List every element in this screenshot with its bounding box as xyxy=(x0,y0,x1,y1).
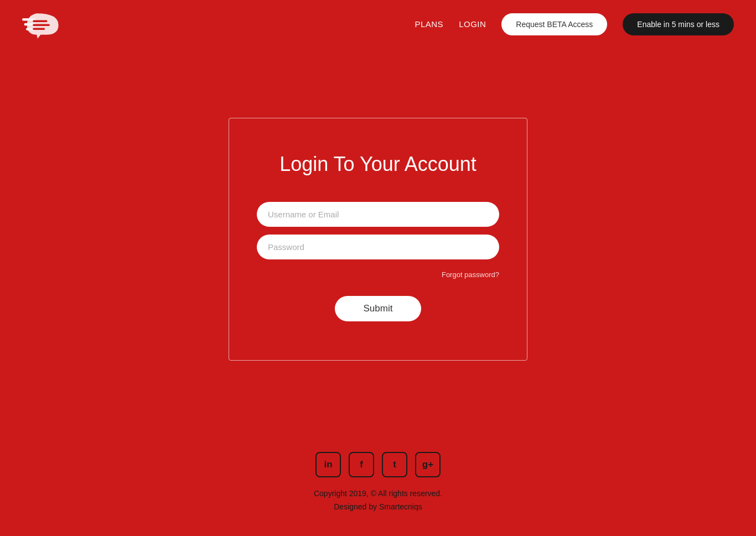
request-beta-button[interactable]: Request BETA Access xyxy=(501,13,607,35)
svg-rect-4 xyxy=(33,24,50,27)
login-title: Login To Your Account xyxy=(279,152,477,178)
submit-button[interactable]: Submit xyxy=(335,296,422,321)
facebook-button[interactable]: f xyxy=(349,452,374,477)
social-icons-row: in f t g+ xyxy=(315,452,441,477)
forgot-password-row: Forgot password? xyxy=(257,269,499,279)
twitter-button[interactable]: t xyxy=(382,452,407,477)
nav-login[interactable]: LOGIN xyxy=(459,19,486,29)
googleplus-button[interactable]: g+ xyxy=(415,452,441,477)
linkedin-icon: in xyxy=(324,459,332,470)
username-group xyxy=(257,202,499,227)
login-card: Login To Your Account Forgot password? S… xyxy=(229,118,527,361)
logo[interactable] xyxy=(22,9,61,39)
footer-copyright: Copyright 2019, © All rights reserved. D… xyxy=(314,487,442,514)
svg-rect-5 xyxy=(33,28,45,30)
googleplus-icon: g+ xyxy=(422,459,433,470)
linkedin-button[interactable]: in xyxy=(315,452,341,477)
username-input[interactable] xyxy=(257,202,499,227)
svg-rect-3 xyxy=(33,20,47,23)
twitter-icon: t xyxy=(393,459,396,470)
nav-plans[interactable]: PLANS xyxy=(415,19,443,29)
facebook-icon: f xyxy=(360,459,363,470)
password-input[interactable] xyxy=(257,235,499,259)
password-group xyxy=(257,235,499,259)
enable-button[interactable]: Enable in 5 mins or less xyxy=(623,13,734,35)
forgot-password-link[interactable]: Forgot password? xyxy=(442,270,499,279)
